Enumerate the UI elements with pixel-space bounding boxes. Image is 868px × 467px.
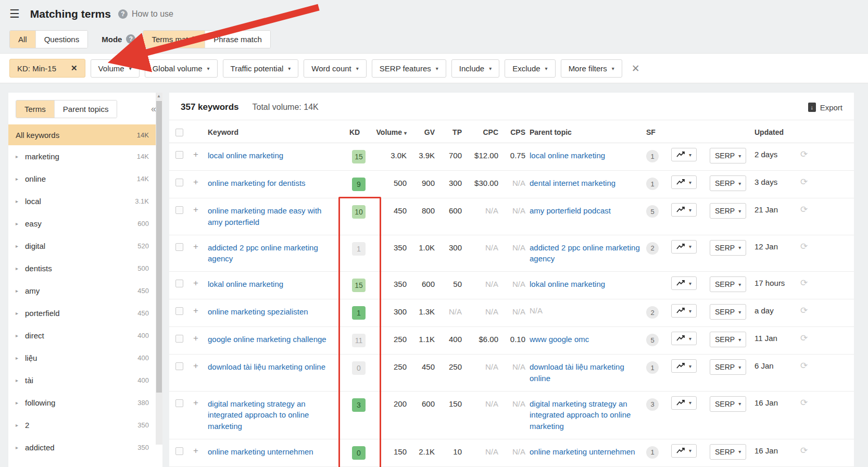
sidebar-item-dentists[interactable]: ▸dentists500 [8, 257, 162, 280]
sidebar-item-porterfield[interactable]: ▸porterfield450 [8, 302, 162, 324]
row-checkbox[interactable] [175, 280, 183, 287]
refresh-icon[interactable]: ⟳ [800, 150, 808, 159]
export-button[interactable]: ↓ Export [808, 103, 842, 112]
keyword-link[interactable]: local online marketing [208, 150, 326, 161]
filter-dropdown-serp-features[interactable]: SERP features▾ [372, 59, 446, 78]
add-to-list-icon[interactable]: + [193, 178, 208, 186]
expand-arrow-icon[interactable]: ▸ [16, 266, 25, 271]
keyword-link[interactable]: digital marketing strategy an integrated… [208, 398, 326, 432]
keyword-link[interactable]: online marketing unternehmen [208, 446, 326, 458]
row-checkbox[interactable] [175, 335, 183, 343]
add-to-list-icon[interactable]: + [193, 306, 208, 315]
col-keyword[interactable]: Keyword [208, 128, 336, 136]
filter-dropdown-traffic-potential[interactable]: Traffic potential▾ [223, 59, 299, 78]
serp-dropdown-button[interactable]: SERP ▾ [710, 175, 746, 191]
expand-arrow-icon[interactable]: ▸ [16, 154, 25, 159]
serp-dropdown-button[interactable]: SERP ▾ [710, 396, 746, 412]
scrollbar-thumb[interactable] [156, 101, 162, 393]
keyword-link[interactable]: addicted 2 ppc online marketing agency [208, 242, 326, 265]
serp-dropdown-button[interactable]: SERP ▾ [710, 304, 746, 320]
serp-dropdown-button[interactable]: SERP ▾ [710, 444, 746, 460]
refresh-icon[interactable]: ⟳ [800, 306, 808, 315]
sidebar-item-marketing[interactable]: ▸marketing14K [8, 145, 162, 168]
expand-arrow-icon[interactable]: ▸ [16, 400, 25, 406]
parent-topic-link[interactable]: addicted 2 ppc online marketing agency [530, 242, 646, 265]
add-to-list-icon[interactable]: + [193, 398, 208, 407]
sidebar-item-agency[interactable]: ▸agency350 [8, 459, 162, 467]
serp-dropdown-button[interactable]: SERP ▾ [710, 148, 746, 163]
sidebar-tab-parent-topics[interactable]: Parent topics [55, 100, 117, 118]
col-gv[interactable]: GV [411, 128, 439, 136]
sidebar-item-all-keywords[interactable]: ▸All keywords14K [8, 124, 162, 145]
serp-dropdown-button[interactable]: SERP ▾ [710, 203, 746, 219]
add-to-list-icon[interactable]: + [193, 242, 208, 251]
row-checkbox[interactable] [175, 206, 183, 214]
add-to-list-icon[interactable]: + [193, 150, 208, 159]
expand-arrow-icon[interactable]: ▸ [16, 288, 25, 294]
filter-dropdown-more-filters[interactable]: More filters▾ [561, 59, 622, 78]
tab-terms-match[interactable]: Terms match [143, 31, 205, 48]
sidebar-item-following[interactable]: ▸following380 [8, 392, 162, 414]
refresh-icon[interactable]: ⟳ [800, 178, 808, 186]
keyword-link[interactable]: google online marketing challenge [208, 334, 326, 345]
keyword-link[interactable]: lokal online marketing [208, 279, 326, 290]
col-kd[interactable]: KD [336, 128, 373, 136]
expand-arrow-icon[interactable]: ▸ [16, 422, 25, 428]
sidebar-scrollbar[interactable]: ▲ [156, 93, 162, 445]
serp-dropdown-button[interactable]: SERP ▾ [710, 359, 746, 375]
tab-phrase-match[interactable]: Phrase match [205, 31, 270, 48]
row-checkbox[interactable] [175, 307, 183, 315]
scroll-up-icon[interactable]: ▲ [157, 94, 161, 98]
expand-arrow-icon[interactable]: ▸ [16, 445, 25, 450]
col-cpc[interactable]: CPC [466, 128, 502, 136]
mode-help-icon[interactable]: ? [126, 34, 135, 44]
tab-all[interactable]: All [10, 31, 36, 48]
add-to-list-icon[interactable]: + [193, 334, 208, 343]
sidebar-item-easy[interactable]: ▸easy600 [8, 212, 162, 235]
parent-topic-link[interactable]: www google omc [530, 334, 589, 345]
refresh-icon[interactable]: ⟳ [800, 242, 808, 251]
serp-dropdown-button[interactable]: SERP ▾ [710, 276, 746, 292]
keyword-link[interactable]: online marketing made easy with amy port… [208, 205, 326, 228]
parent-topic-link[interactable]: download tài liệu marketing online [530, 361, 646, 384]
col-sf[interactable]: SF [646, 128, 671, 136]
sidebar-item-addicted[interactable]: ▸addicted350 [8, 436, 162, 459]
parent-topic-link[interactable]: amy porterfield podcast [530, 205, 611, 217]
filter-dropdown-volume[interactable]: Volume▾ [91, 59, 140, 78]
filter-dropdown-include[interactable]: Include▾ [451, 59, 499, 78]
trend-dropdown-button[interactable]: ▾ [671, 276, 697, 290]
add-to-list-icon[interactable]: + [193, 205, 208, 214]
sidebar-item-online[interactable]: ▸online14K [8, 168, 162, 190]
filter-dropdown-global-volume[interactable]: Global volume▾ [145, 59, 218, 78]
hamburger-menu-icon[interactable]: ☰ [9, 7, 20, 21]
col-volume[interactable]: Volume ▾ [373, 128, 411, 136]
row-checkbox[interactable] [175, 447, 183, 455]
remove-filter-icon[interactable]: ✕ [64, 59, 85, 77]
expand-arrow-icon[interactable]: ▸ [16, 310, 25, 316]
trend-dropdown-button[interactable]: ▾ [671, 203, 697, 217]
how-to-use-link[interactable]: How to use [132, 9, 173, 19]
serp-dropdown-button[interactable]: SERP ▾ [710, 240, 746, 256]
col-updated[interactable]: Updated [754, 128, 800, 136]
kd-filter-chip[interactable]: KD: Min-15 ✕ [9, 59, 85, 78]
sidebar-item-2[interactable]: ▸2350 [8, 414, 162, 436]
expand-arrow-icon[interactable]: ▸ [16, 377, 25, 383]
sidebar-item-tài[interactable]: ▸tài400 [8, 369, 162, 392]
add-to-list-icon[interactable]: + [193, 446, 208, 455]
tab-questions[interactable]: Questions [36, 31, 88, 48]
col-cps[interactable]: CPS [502, 128, 530, 136]
sidebar-item-liệu[interactable]: ▸liệu400 [8, 347, 162, 369]
clear-filters-icon[interactable]: ✕ [632, 62, 640, 74]
expand-arrow-icon[interactable]: ▸ [16, 333, 25, 338]
refresh-icon[interactable]: ⟳ [800, 361, 808, 370]
row-checkbox[interactable] [175, 243, 183, 251]
serp-dropdown-button[interactable]: SERP ▾ [710, 332, 746, 347]
trend-dropdown-button[interactable]: ▾ [671, 359, 697, 373]
trend-dropdown-button[interactable]: ▾ [671, 240, 697, 254]
sidebar-item-digital[interactable]: ▸digital520 [8, 235, 162, 257]
trend-dropdown-button[interactable]: ▾ [671, 396, 697, 410]
col-parent-topic[interactable]: Parent topic [530, 128, 646, 136]
expand-arrow-icon[interactable]: ▸ [16, 176, 25, 182]
refresh-icon[interactable]: ⟳ [800, 205, 808, 214]
parent-topic-link[interactable]: local online marketing [530, 150, 605, 161]
